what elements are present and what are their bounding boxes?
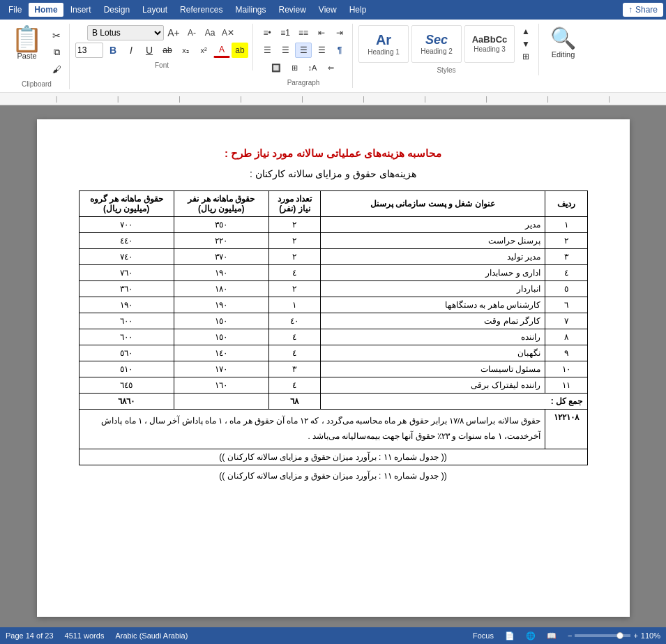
font-size-decrease[interactable]: A- — [183, 25, 200, 40]
menu-insert[interactable]: Insert — [65, 3, 97, 17]
table-header-sal1: حقوق ماهانه هر نفر (میلیون ریال) — [174, 191, 268, 217]
cell-sal2: ٧٠٠ — [79, 217, 174, 233]
note-sal: ١٢٢١٠٨ — [545, 410, 587, 449]
table-header-title: عنوان شغل و پست سازمانی پرسنل — [321, 191, 545, 217]
share-button[interactable]: ↑ Share — [623, 3, 663, 17]
cell-sal1: ١٥٠ — [174, 313, 268, 329]
cell-title: مسئول تاسیسات — [321, 361, 545, 377]
cell-count: ٤ — [268, 265, 320, 281]
menu-view[interactable]: View — [313, 3, 342, 17]
shading-button[interactable]: 🔲 — [268, 60, 285, 75]
menu-bar: File Home Insert Design Layout Reference… — [0, 0, 666, 20]
cell-rownum: ٦ — [545, 297, 587, 313]
cell-sal2: ١٩٠ — [79, 297, 174, 313]
table-header-rownum: ردیف — [545, 191, 587, 217]
numbering-button[interactable]: ≡1 — [277, 25, 294, 40]
font-size-increase[interactable]: A+ — [165, 25, 182, 40]
multilevel-button[interactable]: ≡≡ — [295, 25, 312, 40]
strikethrough-button[interactable]: ab — [159, 43, 176, 58]
cell-sal2: ٤٤٠ — [79, 233, 174, 249]
font-name-select[interactable]: B Lotus — [87, 25, 164, 40]
cell-title: راننده لیفتراک برقی — [321, 377, 545, 394]
cell-count: ٢ — [268, 233, 320, 249]
menu-mailings[interactable]: Mailings — [229, 3, 271, 17]
caption-row: (( جدول شماره ١١ : برآورد میزان حقوق و م… — [79, 449, 587, 465]
decrease-indent-button[interactable]: ⇤ — [313, 25, 330, 40]
paragraph-label: Paragraph — [287, 77, 320, 87]
cell-rownum: ٨ — [545, 329, 587, 345]
cell-sal2: ٥٦٠ — [79, 345, 174, 361]
superscript-button[interactable]: x² — [195, 43, 212, 58]
cell-rownum: ١ — [545, 217, 587, 233]
styles-scroll-down[interactable]: ▼ — [517, 38, 534, 50]
cell-rownum: ٢ — [545, 233, 587, 249]
clipboard-label: Clipboard — [22, 79, 52, 88]
font-color-button[interactable]: A — [213, 43, 230, 58]
italic-button[interactable]: I — [123, 43, 139, 58]
sort-button[interactable]: ↕A — [304, 60, 321, 75]
show-paragraph-button[interactable]: ¶ — [331, 43, 348, 58]
styles-scroll-up[interactable]: ▲ — [517, 25, 534, 38]
menu-layout[interactable]: Layout — [137, 3, 173, 17]
cell-rownum: ١١ — [545, 377, 587, 394]
menu-file[interactable]: File — [3, 3, 27, 17]
menu-home[interactable]: Home — [29, 3, 63, 17]
styles-label: Styles — [437, 65, 455, 74]
cell-sal1: ١٨٠ — [174, 281, 268, 297]
font-group: B Lotus A+ A- Aa A✕ B I U ab x₂ x² A ab … — [71, 24, 253, 70]
cell-count: ٤٠ — [268, 313, 320, 329]
align-center-button[interactable]: ☰ — [277, 43, 294, 58]
menu-references[interactable]: References — [174, 3, 228, 17]
styles-more[interactable]: ⊞ — [517, 50, 534, 63]
share-icon: ↑ — [628, 5, 633, 15]
table-header-count: تعداد مورد نیاز (نفر) — [268, 191, 320, 217]
cell-sal1: ١٥٠ — [174, 329, 268, 345]
cell-sal1: ١٩٠ — [174, 297, 268, 313]
menu-review[interactable]: Review — [273, 3, 311, 17]
cell-rownum: ٣ — [545, 249, 587, 265]
bullets-button[interactable]: ≡• — [259, 25, 275, 40]
cell-title: راننده — [321, 329, 545, 345]
document-page: محاسبه هزینه‌های عملیاتی سالانه مورد نیا… — [37, 119, 630, 617]
heading2-style[interactable]: Sec Heading 2 — [411, 25, 462, 63]
increase-indent-button[interactable]: ⇥ — [331, 25, 348, 40]
cell-sal1: ١٧٠ — [174, 361, 268, 377]
table-header-sal2: حقوق ماهانه هر گروه (میلیون ریال) — [79, 191, 174, 217]
heading3-style[interactable]: AaBbCc Heading 3 — [464, 25, 515, 63]
document-subtitle: هزینه‌های حقوق و مزایای سالانه کارکنان : — [79, 168, 588, 179]
copy-button[interactable]: ⧉ — [48, 45, 65, 60]
underline-button[interactable]: U — [141, 43, 158, 58]
bold-button[interactable]: B — [105, 43, 121, 58]
cell-sal2: ٣٦٠ — [79, 281, 174, 297]
table-row: ١ مدیر ٢ ٣٥٠ ٧٠٠ — [79, 217, 587, 233]
cell-title: کارگر تمام وقت — [321, 313, 545, 329]
ribbon-toolbar: 📋 Paste ✂ ⧉ 🖌 Clipboard B Lotus A+ A- Aa… — [0, 20, 666, 93]
menu-design[interactable]: Design — [98, 3, 135, 17]
paste-button[interactable]: 📋 Paste — [8, 25, 45, 61]
clear-format-button[interactable]: A✕ — [220, 25, 236, 40]
align-right-button[interactable]: ☰ — [295, 43, 312, 58]
cut-button[interactable]: ✂ — [48, 28, 65, 43]
align-left-button[interactable]: ☰ — [259, 43, 275, 58]
subscript-button[interactable]: x₂ — [177, 43, 194, 58]
sum-row: جمع کل : ٦٨ ٦٨٦٠ — [79, 394, 587, 410]
menu-help[interactable]: Help — [344, 3, 372, 17]
heading3-preview: AaBbCc — [472, 35, 508, 44]
sum-empty — [174, 394, 268, 410]
heading1-style[interactable]: Ar Heading 1 — [358, 25, 409, 63]
highlight-button[interactable]: ab — [232, 43, 248, 58]
heading2-label: Heading 2 — [421, 47, 453, 55]
borders-button[interactable]: ⊞ — [286, 60, 303, 75]
justify-button[interactable]: ☰ — [313, 43, 330, 58]
rtl-button[interactable]: ⇐ — [322, 60, 339, 75]
font-size-input[interactable] — [75, 43, 103, 58]
change-case-button[interactable]: Aa — [202, 25, 218, 40]
cell-count: ٤ — [268, 329, 320, 345]
format-painter-button[interactable]: 🖌 — [48, 61, 65, 77]
ruler: ||||| ||||| — [0, 93, 666, 105]
editing-label: Editing — [552, 50, 575, 59]
cell-count: ٤ — [268, 345, 320, 361]
table-row: ٤ اداری و حسابدار ٤ ١٩٠ ٧٦٠ — [79, 265, 587, 281]
table-row: ٣ مدیر تولید ٢ ٣٧٠ ٧٤٠ — [79, 249, 587, 265]
search-icon: 🔍 — [550, 28, 576, 49]
